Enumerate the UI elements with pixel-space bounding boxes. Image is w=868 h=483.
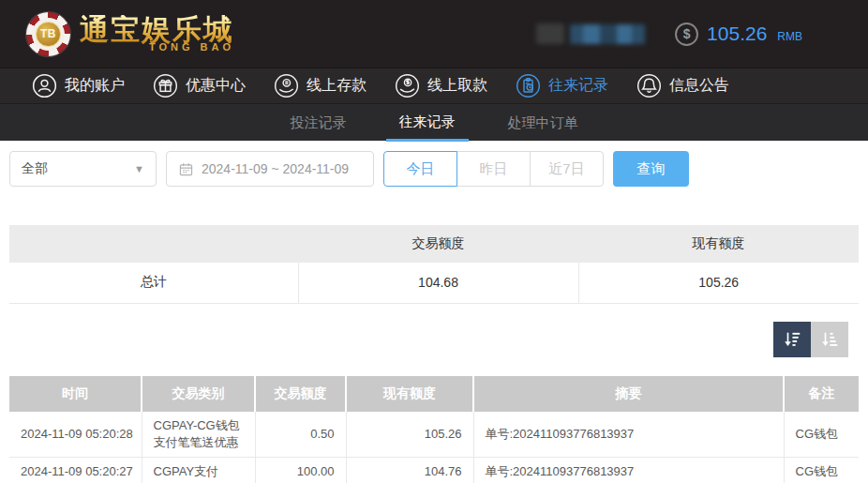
- quick-range-last7days[interactable]: 近7日: [530, 151, 604, 187]
- date-range-input[interactable]: 2024-11-09 ~ 2024-11-09: [166, 151, 374, 187]
- summary-total-label: 总计: [9, 263, 298, 303]
- brand-text: 通宝娱乐城 TONG BAO: [80, 15, 234, 53]
- brand-name-cn: 通宝娱乐城: [80, 15, 234, 44]
- brand-name-en: TONG BAO: [149, 42, 234, 53]
- records-clipboard-icon: [516, 73, 541, 98]
- nav-label: 线上存款: [307, 76, 367, 96]
- nav-label: 我的账户: [65, 76, 125, 96]
- cell-amount: 0.50: [255, 412, 346, 458]
- summary-header-balance: 现有额度: [578, 225, 859, 263]
- username-redacted: [536, 23, 645, 44]
- record-subtabs: 投注记录 往来记录 处理中订单: [0, 103, 868, 141]
- summary-table: 交易额度 现有额度 总计 104.68 105.26: [9, 225, 859, 304]
- cell-balance: 104.76: [346, 457, 473, 483]
- nav-item-promotions[interactable]: 优惠中心: [153, 68, 246, 104]
- brand-logo[interactable]: TB 通宝娱乐城 TONG BAO: [26, 12, 234, 56]
- cell-type: CGPAY-CG钱包支付笔笔送优惠: [142, 412, 255, 458]
- sort-ascending-button[interactable]: [811, 322, 848, 357]
- tab-transaction-records[interactable]: 往来记录: [386, 104, 469, 142]
- col-header-type: 交易类别: [142, 376, 255, 412]
- summary-header-row: 交易额度 现有额度: [9, 225, 859, 263]
- casino-chip-icon: TB: [26, 12, 70, 56]
- col-header-time: 时间: [9, 376, 142, 412]
- topbar-right: $ 105.26 RMB: [536, 23, 846, 46]
- col-header-balance: 现有额度: [346, 376, 473, 412]
- top-header: TB 通宝娱乐城 TONG BAO $ 105.26 RMB: [0, 0, 868, 68]
- tab-betting-records[interactable]: 投注记录: [277, 104, 360, 142]
- nav-label: 优惠中心: [186, 76, 246, 96]
- withdraw-hand-coin-icon: [395, 73, 420, 98]
- sort-amount-desc-icon: [782, 329, 802, 350]
- nav-item-transaction-records[interactable]: 往来记录: [516, 68, 608, 104]
- chevron-down-icon: ▼: [134, 163, 144, 174]
- cell-remark: CG钱包: [784, 457, 859, 483]
- user-name-blur: [570, 24, 645, 44]
- filter-bar: 全部 ▼ 2024-11-09 ~ 2024-11-09 今日 昨日 近7日 查…: [9, 151, 859, 187]
- summary-total-transaction: 104.68: [298, 263, 578, 303]
- records-header-row: 时间 交易类别 交易额度 现有额度 摘要 备注: [9, 376, 859, 412]
- summary-header-transaction: 交易额度: [298, 225, 578, 263]
- nav-label: 线上取款: [427, 76, 487, 96]
- cell-time: 2024-11-09 05:20:28: [9, 412, 142, 458]
- sort-descending-button[interactable]: [773, 322, 811, 357]
- balance-display[interactable]: $ 105.26 RMB: [675, 23, 802, 46]
- col-header-summary: 摘要: [473, 376, 784, 412]
- quick-range-today[interactable]: 今日: [383, 151, 457, 187]
- type-select-value: 全部: [22, 160, 48, 177]
- type-select[interactable]: 全部 ▼: [9, 151, 157, 187]
- calendar-icon: [178, 161, 194, 177]
- cell-remark: CG钱包: [784, 412, 859, 458]
- col-header-remark: 备注: [784, 376, 859, 412]
- deposit-hand-coin-icon: [274, 73, 299, 98]
- summary-total-balance: 105.26: [578, 263, 859, 303]
- nav-item-deposit[interactable]: 线上存款: [274, 68, 367, 104]
- summary-header-empty: [9, 225, 298, 263]
- dollar-circle-icon: $: [675, 23, 698, 46]
- quick-range-yesterday[interactable]: 昨日: [456, 151, 531, 187]
- cell-type: CGPAY支付: [142, 457, 255, 483]
- cell-amount: 100.00: [255, 457, 346, 483]
- cell-time: 2024-11-09 05:20:27: [9, 457, 142, 483]
- sort-amount-asc-icon: [819, 329, 840, 350]
- bell-icon: [636, 73, 662, 98]
- tab-pending-orders[interactable]: 处理中订单: [495, 104, 591, 142]
- nav-item-my-account[interactable]: 我的账户: [32, 68, 125, 104]
- cell-summary: 单号:202411093776813937: [473, 412, 784, 458]
- search-button[interactable]: 查询: [613, 151, 689, 187]
- nav-label: 往来记录: [548, 76, 608, 96]
- balance-amount: 105.26: [707, 23, 767, 45]
- summary-total-row: 总计 104.68 105.26: [9, 263, 859, 303]
- nav-item-announcements[interactable]: 信息公告: [636, 68, 729, 104]
- quick-range-group: 今日 昨日 近7日: [383, 151, 604, 187]
- cell-balance: 105.26: [346, 412, 473, 458]
- user-icon: [32, 73, 57, 98]
- table-row: 2024-11-09 05:20:27 CGPAY支付 100.00 104.7…: [9, 457, 859, 483]
- table-row: 2024-11-09 05:20:28 CGPAY-CG钱包支付笔笔送优惠 0.…: [9, 412, 859, 458]
- records-table: 时间 交易类别 交易额度 现有额度 摘要 备注 2024-11-09 05:20…: [9, 376, 859, 483]
- main-navigation: 我的账户 优惠中心 线上存款 线上取款 往来记录: [0, 68, 868, 103]
- nav-item-withdraw[interactable]: 线上取款: [395, 68, 487, 104]
- sort-controls: [9, 322, 848, 357]
- user-avatar-blur: [536, 23, 564, 44]
- nav-label: 信息公告: [669, 76, 729, 96]
- col-header-amount: 交易额度: [255, 376, 346, 412]
- gift-icon: [153, 73, 178, 98]
- date-range-value: 2024-11-09 ~ 2024-11-09: [202, 161, 349, 176]
- chip-tb-label: TB: [36, 22, 61, 47]
- balance-currency: RMB: [777, 24, 802, 43]
- cell-summary: 单号:202411093776813937: [473, 457, 784, 483]
